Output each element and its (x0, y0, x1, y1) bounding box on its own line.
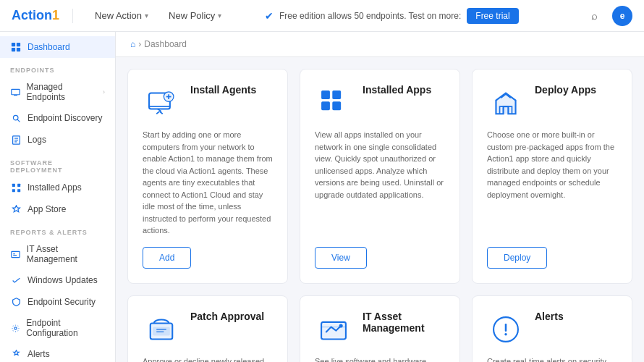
card-patch-approval: Patch Approval Approve or decline newly … (127, 295, 288, 363)
add-button[interactable]: Add (143, 247, 191, 269)
section-endpoints: ENDPOINTS (0, 58, 115, 77)
sidebar-item-endpoint-security[interactable]: Endpoint Security (0, 291, 115, 313)
svg-point-6 (13, 115, 18, 120)
svg-rect-4 (12, 89, 20, 94)
svg-rect-39 (153, 327, 170, 335)
section-reports-alerts: REPORTS & ALERTS (0, 220, 115, 239)
main-content: ⌂ › Dashboard (116, 32, 644, 362)
sidebar-item-windows-updates[interactable]: Windows Updates (0, 269, 115, 291)
new-action-button[interactable]: New Action ▾ (85, 6, 158, 25)
svg-line-28 (156, 111, 159, 114)
layout: Dashboard ENDPOINTS Managed Endpoints › … (0, 32, 644, 362)
sidebar-item-alerts[interactable]: Alerts (0, 343, 115, 362)
sidebar-item-endpoint-discovery[interactable]: Endpoint Discovery (0, 107, 115, 129)
deploy-apps-icon (487, 84, 525, 122)
svg-rect-1 (17, 43, 20, 46)
alerts-nav-label: Alerts (27, 349, 50, 359)
install-agents-footer: Add (143, 247, 273, 269)
svg-rect-34 (332, 90, 341, 99)
card-install-agents-title-area: Install Agents (190, 84, 256, 98)
breadcrumb-separator: › (138, 39, 141, 49)
card-alerts: Alerts Create real-time alerts on securi… (472, 295, 632, 363)
windows-updates-icon (10, 274, 22, 286)
install-agents-title: Install Agents (190, 84, 256, 96)
app-store-label: App Store (27, 204, 66, 214)
logo-num: 1 (52, 8, 59, 22)
svg-rect-13 (17, 183, 20, 186)
sidebar-item-endpoint-config[interactable]: Endpoint Configuration (0, 313, 115, 343)
sidebar-item-logs[interactable]: Logs (0, 129, 115, 151)
sidebar: Dashboard ENDPOINTS Managed Endpoints › … (0, 32, 116, 362)
managed-endpoints-icon (10, 86, 21, 98)
avatar[interactable]: e (612, 6, 632, 26)
sidebar-item-dashboard[interactable]: Dashboard (0, 36, 115, 58)
card-alerts-title-area: Alerts (535, 311, 564, 325)
search-icon[interactable]: ⌕ (585, 6, 605, 26)
svg-rect-16 (12, 251, 20, 257)
view-button-installed-apps[interactable]: View (315, 247, 367, 269)
free-trial-button[interactable]: Free trial (467, 8, 518, 24)
it-asset-nav-label: IT Asset Management (27, 244, 105, 264)
patch-approval-body: Approve or decline newly released update… (143, 355, 273, 363)
deploy-apps-footer: Deploy (487, 247, 617, 269)
section-software-deployment: SOFTWARE DEPLOYMENT (0, 151, 115, 177)
svg-rect-37 (502, 108, 509, 114)
breadcrumb-home[interactable]: ⌂ (130, 39, 135, 49)
card-installed-apps-header: Installed Apps (315, 84, 445, 122)
new-policy-button[interactable]: New Policy ▾ (158, 6, 232, 25)
sidebar-item-it-asset[interactable]: IT Asset Management (0, 239, 115, 269)
card-it-asset-header: IT Asset Management (315, 311, 445, 348)
endpoint-security-icon (10, 296, 22, 308)
endpoint-config-icon (10, 322, 20, 334)
new-policy-label: New Policy (169, 10, 215, 21)
logs-icon (10, 134, 22, 146)
breadcrumb: ⌂ › Dashboard (116, 32, 644, 57)
topbar-actions: ⌕ e (585, 6, 632, 26)
promo-icon: ✔ (265, 10, 274, 22)
deploy-button[interactable]: Deploy (487, 247, 547, 269)
dashboard-label: Dashboard (27, 42, 70, 52)
sidebar-item-app-store[interactable]: App Store (0, 198, 115, 220)
logo-action: Action (12, 8, 52, 22)
installed-apps-title: Installed Apps (363, 84, 431, 96)
svg-point-47 (504, 333, 507, 335)
card-install-agents: Install Agents Start by adding one or mo… (127, 69, 288, 284)
topbar-nav: New Action ▾ New Policy ▾ (85, 6, 232, 25)
it-asset-body: See live software and hardware informati… (315, 355, 445, 363)
card-it-asset-management: IT Asset Management See live software an… (300, 295, 460, 363)
new-action-chevron: ▾ (145, 12, 148, 20)
installed-apps-nav-label: Installed Apps (27, 182, 82, 193)
topbar: Action1 New Action ▾ New Policy ▾ ✔ Free… (0, 0, 644, 32)
topbar-divider (72, 9, 73, 23)
installed-apps-icon (315, 84, 352, 122)
promo-text: Free edition allows 50 endpoints. Test o… (279, 11, 461, 21)
deploy-apps-body: Choose one or more built-in or custom pr… (487, 129, 617, 237)
sidebar-item-installed-apps[interactable]: Installed Apps (0, 177, 115, 198)
alerts-card-icon (487, 311, 525, 348)
it-asset-icon (315, 311, 352, 348)
svg-rect-35 (321, 101, 330, 110)
card-patch-approval-header: Patch Approval (143, 311, 273, 348)
card-deploy-apps-header: Deploy Apps (487, 84, 617, 122)
installed-apps-body: View all apps installed on your network … (315, 129, 445, 237)
sidebar-item-managed-endpoints[interactable]: Managed Endpoints › (0, 77, 115, 107)
endpoint-security-label: Endpoint Security (27, 297, 96, 307)
svg-point-19 (14, 327, 17, 329)
app-store-icon (10, 203, 22, 215)
patch-approval-title: Patch Approval (190, 311, 264, 322)
patch-approval-icon (143, 311, 180, 348)
svg-rect-0 (12, 43, 15, 46)
svg-line-7 (17, 119, 20, 122)
card-installed-apps-title-area: Installed Apps (363, 84, 431, 98)
svg-rect-2 (12, 48, 15, 51)
endpoint-discovery-label: Endpoint Discovery (27, 113, 102, 123)
card-patch-approval-title-area: Patch Approval (190, 311, 264, 325)
it-asset-title: IT Asset Management (363, 311, 445, 334)
alerts-title: Alerts (535, 311, 564, 322)
alerts-nav-icon (10, 348, 22, 360)
breadcrumb-current: Dashboard (144, 39, 187, 49)
new-policy-chevron: ▾ (218, 12, 221, 20)
alerts-body: Create real-time alerts on security-rela… (487, 355, 617, 363)
install-agents-body: Start by adding one or more computers fr… (143, 129, 273, 237)
svg-rect-3 (17, 48, 20, 51)
